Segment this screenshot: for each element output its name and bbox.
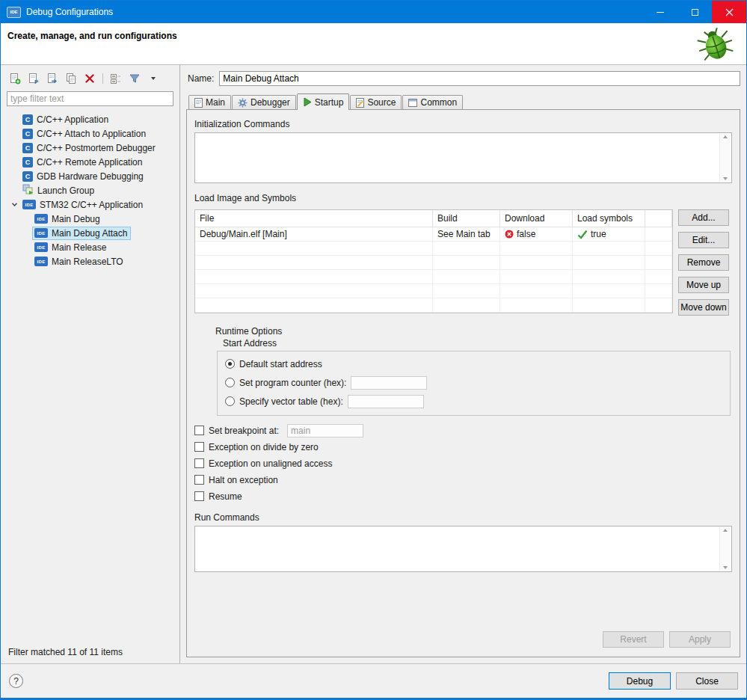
name-input[interactable] — [219, 71, 740, 86]
tree-item-cpp-postmortem[interactable]: CC/C++ Postmortem Debugger — [7, 141, 173, 155]
remove-button[interactable]: Remove — [678, 254, 729, 271]
gdb-hardware-icon: C — [22, 171, 33, 182]
tree-item-cpp-application[interactable]: CC/C++ Application — [7, 112, 173, 126]
close-window-button[interactable] — [712, 1, 746, 23]
move-up-button[interactable]: Move up — [678, 277, 729, 293]
checkbox-icon[interactable] — [194, 475, 204, 485]
tab-label: Startup — [315, 97, 344, 108]
scroll-down-icon[interactable] — [723, 566, 728, 569]
halt-on-exception-checkbox-row[interactable]: Halt on exception — [194, 473, 732, 487]
column-header-load-symbols[interactable]: Load symbols — [573, 210, 645, 227]
tab-source[interactable]: Source — [350, 95, 402, 109]
run-commands-textarea[interactable] — [194, 526, 732, 572]
titlebar[interactable]: IDE Debug Configurations — [1, 1, 746, 23]
init-commands-textarea[interactable] — [194, 132, 732, 183]
tree-item-main-debug[interactable]: IDEMain Debug — [7, 212, 173, 226]
expand-chevron-icon[interactable] — [8, 199, 20, 211]
edit-button[interactable]: Edit... — [678, 232, 729, 248]
vector-table-input[interactable] — [348, 395, 424, 408]
exception-divide-checkbox-row[interactable]: Exception on divide by zero — [194, 440, 732, 454]
help-label: ? — [13, 676, 19, 687]
revert-button[interactable]: Revert — [603, 631, 664, 648]
tab-startup[interactable]: Startup — [297, 93, 350, 110]
collapse-all-icon[interactable] — [109, 72, 123, 85]
tree-item-cpp-attach[interactable]: CC/C++ Attach to Application — [7, 126, 173, 141]
column-header-file[interactable]: File — [195, 210, 433, 227]
tab-common[interactable]: Common — [402, 95, 463, 109]
set-program-counter-radio[interactable]: Set program counter (hex): — [225, 375, 722, 390]
tree-item-main-releaselto[interactable]: IDEMain ReleaseLTO — [7, 254, 173, 268]
build-cell: See Main tab — [433, 227, 500, 242]
default-start-address-radio[interactable]: Default start address — [225, 357, 722, 371]
sidebar-toolbar: P — [7, 70, 173, 88]
false-icon — [505, 230, 514, 239]
checkbox-icon[interactable] — [194, 442, 204, 452]
new-configuration-icon[interactable] — [8, 72, 22, 85]
export-configuration-icon[interactable] — [46, 72, 59, 85]
load-image-table: File Build Download Load symbols Debug/M… — [194, 209, 673, 313]
scroll-up-icon[interactable] — [723, 529, 728, 532]
help-button[interactable]: ? — [9, 674, 23, 688]
add-button[interactable]: Add... — [678, 209, 729, 226]
column-header-download[interactable]: Download — [500, 210, 573, 227]
close-button[interactable]: Close — [676, 672, 738, 690]
delete-configuration-icon[interactable] — [83, 72, 96, 85]
name-row: Name: — [186, 71, 740, 86]
debug-button[interactable]: Debug — [609, 672, 671, 690]
debug-configurations-dialog: IDE Debug Configurations Create, manage,… — [0, 0, 747, 700]
checkbox-icon[interactable] — [194, 426, 204, 435]
tree-item-main-release[interactable]: IDEMain Release — [7, 240, 173, 254]
radio-icon[interactable] — [225, 378, 235, 387]
tree-item-gdb-hardware[interactable]: CGDB Hardware Debugging — [7, 169, 173, 183]
tree-item-label: Main Debug Attach — [52, 228, 127, 239]
table-row-empty — [195, 298, 672, 313]
apply-button[interactable]: Apply — [669, 631, 731, 648]
scroll-down-icon[interactable] — [723, 177, 728, 180]
duplicate-configuration-icon[interactable] — [64, 72, 78, 85]
configurations-tree: CC/C++ Application CC/C++ Attach to Appl… — [7, 112, 173, 644]
specify-vector-table-radio[interactable]: Specify vector table (hex): — [225, 394, 722, 408]
filter-input[interactable] — [7, 91, 173, 106]
minimize-button[interactable] — [643, 1, 677, 23]
scrollbar[interactable] — [719, 134, 731, 182]
scroll-up-icon[interactable] — [723, 135, 728, 138]
start-address-title: Start Address — [223, 338, 731, 349]
main-tab-icon — [194, 98, 203, 108]
minimize-icon — [657, 12, 664, 13]
checkbox-label: Set breakpoint at: — [209, 426, 279, 436]
tab-main[interactable]: Main — [188, 95, 231, 109]
radio-selected-icon[interactable] — [225, 359, 235, 369]
tree-item-launch-group[interactable]: Launch Group — [7, 183, 173, 197]
expand-placeholder — [8, 171, 20, 182]
table-row-main-elf[interactable]: Debug/Main.elf [Main] See Main tab false… — [195, 227, 672, 242]
filter-icon[interactable] — [128, 72, 141, 85]
table-row-empty — [195, 284, 672, 298]
move-down-button[interactable]: Move down — [678, 299, 729, 316]
tab-label: Common — [420, 97, 457, 108]
startup-tab-content: Initialization Commands Load Image and S… — [186, 109, 740, 657]
tree-item-stm32-application[interactable]: IDESTM32 C/C++ Application — [7, 197, 173, 212]
tree-item-label: STM32 C/C++ Application — [40, 200, 143, 210]
new-prototype-icon[interactable]: P — [27, 72, 40, 85]
exception-unaligned-checkbox-row[interactable]: Exception on unaligned access — [194, 456, 732, 470]
configuration-editor: Name: Main Debugger Startup S — [180, 65, 746, 663]
set-breakpoint-checkbox-row[interactable]: Set breakpoint at: — [194, 423, 732, 438]
checkbox-icon[interactable] — [194, 491, 204, 501]
program-counter-input[interactable] — [351, 376, 427, 390]
breakpoint-input[interactable] — [287, 424, 363, 438]
tree-item-main-debug-attach[interactable]: IDEMain Debug Attach — [7, 226, 173, 240]
filler-cell — [645, 227, 672, 242]
window-controls — [643, 1, 746, 23]
resume-checkbox-row[interactable]: Resume — [194, 489, 732, 503]
checkbox-icon[interactable] — [194, 458, 204, 468]
start-address-group: Start Address Default start address Set … — [217, 338, 731, 416]
expand-placeholder — [20, 227, 32, 239]
column-header-build[interactable]: Build — [433, 210, 500, 227]
scrollbar[interactable] — [719, 527, 731, 571]
view-menu-dropdown-icon[interactable] — [147, 72, 160, 85]
tree-item-cpp-remote[interactable]: CC/C++ Remote Application — [7, 155, 173, 169]
file-cell: Debug/Main.elf [Main] — [195, 227, 433, 242]
radio-icon[interactable] — [225, 396, 235, 406]
maximize-button[interactable] — [677, 1, 712, 23]
tab-debugger[interactable]: Debugger — [232, 95, 296, 109]
